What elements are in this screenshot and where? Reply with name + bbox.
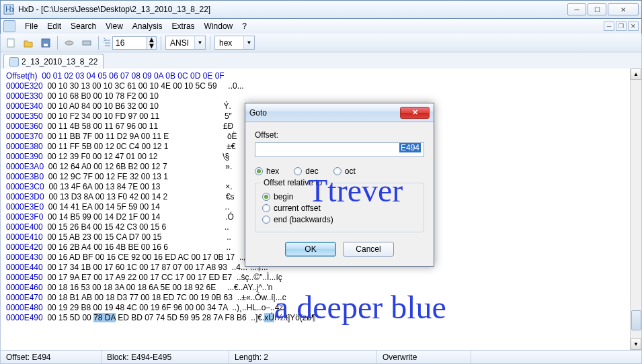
svg-text:Hx: Hx <box>5 5 14 14</box>
offset-input[interactable]: E494 <box>255 142 424 157</box>
dialog-title: Goto <box>249 108 400 118</box>
menu-window[interactable]: Window <box>200 20 237 32</box>
menu-analysis[interactable]: Analysis <box>128 20 167 32</box>
ok-button[interactable]: OK <box>285 242 336 257</box>
chevron-down-icon: ▼ <box>243 36 254 49</box>
radix-hex-radio[interactable]: hex <box>255 167 279 176</box>
open-ram-button[interactable] <box>79 36 94 50</box>
menu-help[interactable]: ? <box>238 20 251 32</box>
menu-bar: File Edit Search View Analysis Extras Wi… <box>0 19 642 34</box>
cancel-button[interactable]: Cancel <box>343 242 394 257</box>
relative-to-group: Offset relative to begin current offset … <box>255 183 424 232</box>
tab-label: 2_13_2010_13_8_22 <box>22 57 97 66</box>
close-button[interactable]: ✕ <box>608 3 639 15</box>
scroll-down-button[interactable]: ▼ <box>631 338 641 350</box>
relative-current-radio[interactable]: current offset <box>262 203 417 213</box>
relative-end-radio[interactable]: end (backwards) <box>262 215 417 224</box>
radix-dec-radio[interactable]: dec <box>294 167 318 176</box>
window-title: HxD - [C:\Users\Jesse\Desktop\2_13_2010_… <box>18 5 567 14</box>
status-block: Block: E494-E495 <box>102 351 229 363</box>
radix-oct-radio[interactable]: oct <box>333 167 356 176</box>
offset-label: Offset: <box>255 130 424 140</box>
mdi-minimize-button[interactable]: ─ <box>604 21 614 31</box>
file-tab[interactable]: 2_13_2010_13_8_22 <box>3 54 104 69</box>
chevron-down-icon: ▼ <box>194 36 205 49</box>
bytes-per-row-input[interactable] <box>112 36 147 50</box>
svg-rect-4 <box>44 44 48 46</box>
number-base-combo[interactable]: hex▼ <box>214 36 255 50</box>
relative-begin-radio[interactable]: begin <box>262 192 417 201</box>
status-mode: Overwrite <box>377 351 471 363</box>
svg-rect-6 <box>83 41 91 45</box>
mdi-close-button[interactable]: ✕ <box>628 21 639 31</box>
status-offset: Offset: E494 <box>1 351 102 363</box>
svg-rect-2 <box>7 39 14 47</box>
minimize-button[interactable]: ─ <box>567 3 586 15</box>
menu-file[interactable]: File <box>21 20 42 32</box>
menu-extras[interactable]: Extras <box>168 20 199 32</box>
vertical-scrollbar[interactable]: ▲ ▼ <box>630 69 641 350</box>
bytes-per-row-control[interactable]: ▲▼ <box>103 36 157 50</box>
scroll-up-button[interactable]: ▲ <box>631 69 641 80</box>
bytes-per-row-spinner[interactable]: ▲▼ <box>147 36 157 50</box>
app-icon: Hx <box>3 4 14 15</box>
open-disk-button[interactable] <box>62 36 77 50</box>
dialog-close-button[interactable]: ✕ <box>400 107 430 119</box>
save-button[interactable] <box>38 36 53 50</box>
goto-dialog: Goto ✕ Offset: E494 hex dec oct Offset r… <box>245 103 434 267</box>
window-titlebar: Hx HxD - [C:\Users\Jesse\Desktop\2_13_20… <box>0 0 642 19</box>
new-button[interactable] <box>3 36 18 50</box>
open-button[interactable] <box>21 36 36 50</box>
mdi-restore-button[interactable]: ❐ <box>616 21 627 31</box>
menu-view[interactable]: View <box>102 20 127 32</box>
status-bar: Offset: E494 Block: E494-E495 Length: 2 … <box>0 351 642 364</box>
scroll-thumb[interactable] <box>631 310 641 330</box>
menu-search[interactable]: Search <box>67 20 100 32</box>
menu-edit[interactable]: Edit <box>43 20 65 32</box>
svg-point-5 <box>65 41 73 45</box>
file-icon <box>9 57 19 66</box>
toolbar: ▲▼ ANSI▼ hex▼ <box>0 34 642 52</box>
status-length: Length: 2 <box>229 351 377 363</box>
tab-strip: 2_13_2010_13_8_22 <box>0 52 642 69</box>
dialog-titlebar[interactable]: Goto ✕ <box>245 103 434 122</box>
charset-combo[interactable]: ANSI▼ <box>165 36 206 50</box>
document-icon <box>3 20 15 32</box>
maximize-button[interactable]: ☐ <box>588 3 606 15</box>
group-label: Offset relative to <box>261 178 325 187</box>
